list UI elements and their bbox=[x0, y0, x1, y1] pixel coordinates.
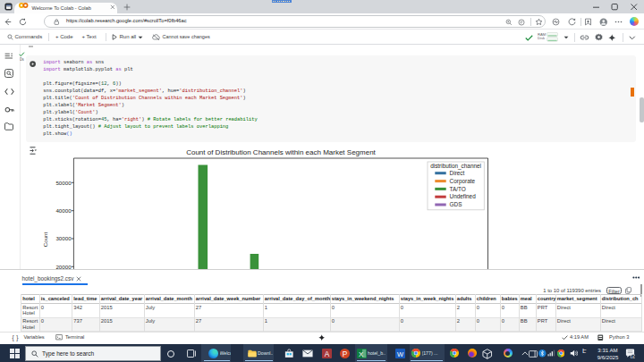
svg-text:40000: 40000 bbox=[55, 207, 72, 214]
svg-text:Undefined: Undefined bbox=[450, 193, 477, 199]
svg-text:GDS: GDS bbox=[450, 201, 462, 207]
svg-text:W: W bbox=[397, 350, 404, 358]
svg-text:TA/TO: TA/TO bbox=[450, 186, 466, 192]
svg-text:30000: 30000 bbox=[55, 235, 72, 241]
svg-text:A: A bbox=[324, 350, 329, 358]
svg-text:Count: Count bbox=[42, 232, 48, 247]
svg-text:Corporate: Corporate bbox=[450, 178, 476, 185]
svg-text:Count of Distribution Channels: Count of Distribution Channels within ea… bbox=[186, 148, 376, 156]
svg-text:50000: 50000 bbox=[55, 180, 72, 186]
svg-text:distribution_channel: distribution_channel bbox=[430, 163, 481, 170]
svg-text:P: P bbox=[343, 350, 348, 358]
svg-text:Direct: Direct bbox=[450, 170, 465, 176]
svg-text:X: X bbox=[358, 350, 363, 358]
